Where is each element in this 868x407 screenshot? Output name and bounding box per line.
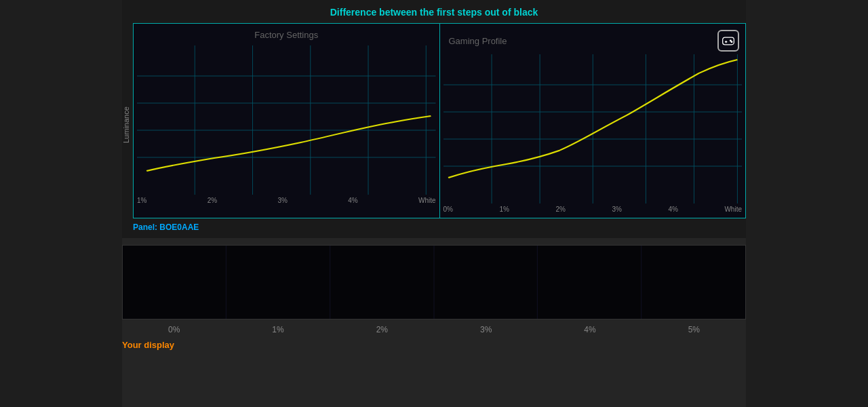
dual-charts: Factory Settings: [133, 23, 746, 218]
main-container: Difference between the first steps out o…: [0, 0, 868, 407]
chart2-x-axis: 0% 1% 2% 3% 4% White: [443, 204, 743, 214]
bottom-section: 0% 1% 2% 3% 4% 5% Your display: [122, 238, 746, 407]
chart2-x-0: 0%: [443, 206, 453, 213]
chart1-x-white: White: [418, 197, 436, 204]
svg-rect-13: [723, 37, 734, 45]
chart2-x-white: White: [724, 206, 742, 213]
chart2-x-3: 3%: [612, 206, 621, 213]
chart1-x-axis: 1% 2% 3% 4% White: [137, 195, 436, 206]
chart2-x-2: 2%: [555, 206, 565, 213]
chart-area-gaming: 1‰ 2‰ 3‰ 4‰: [443, 54, 743, 204]
chart2-x-4: 4%: [668, 206, 677, 213]
display-x-0: 0%: [122, 325, 226, 334]
display-x-2: 2%: [330, 325, 434, 334]
svg-point-17: [731, 41, 732, 43]
chart1-x-3: 3%: [277, 197, 287, 204]
chart1-x-2: 2%: [208, 197, 217, 204]
y-axis-label: Luminance: [122, 30, 130, 220]
chart-panel-gaming-title: Gaming Profile: [449, 33, 507, 49]
display-x-5: 5%: [642, 325, 746, 334]
top-section: Difference between the first steps out o…: [122, 0, 746, 238]
panel-info: Panel: BOE0AAE: [133, 218, 746, 235]
chart-area-factory: 1‰ 2‰ 3‰ 4‰: [137, 45, 436, 195]
chart-panel-factory: Factory Settings: [134, 24, 440, 218]
charts-wrapper: Luminance Factory Settings: [122, 23, 746, 235]
display-chart-area: [122, 245, 746, 319]
display-x-4: 4%: [538, 325, 642, 334]
svg-point-16: [730, 40, 732, 41]
chart2-x-1: 1%: [499, 206, 509, 213]
chart-title: Difference between the first steps out o…: [122, 7, 746, 18]
chart1-x-1: 1%: [137, 197, 146, 204]
chart1-x-4: 4%: [348, 197, 357, 204]
display-x-1: 1%: [226, 325, 330, 334]
your-display-label: Your display: [122, 340, 746, 350]
display-x-axis: 0% 1% 2% 3% 4% 5%: [122, 322, 746, 337]
game-icon: [717, 30, 739, 52]
chart-panel-gaming: Gaming Profile: [440, 24, 746, 218]
chart-panel-factory-title: Factory Settings: [137, 27, 436, 43]
display-x-3: 3%: [434, 325, 538, 334]
